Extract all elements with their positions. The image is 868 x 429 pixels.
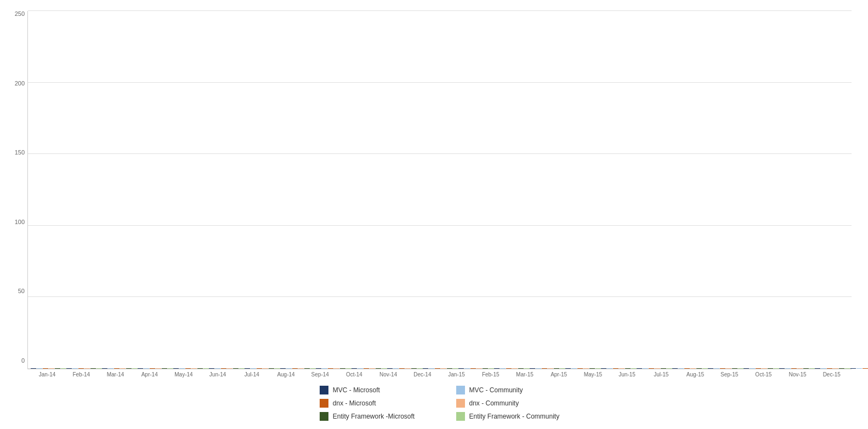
bar-mvc_ms [744, 368, 749, 369]
legend-item: dnx - Microsoft [320, 399, 423, 408]
bar-dnx_comm [405, 368, 411, 369]
bar-ef_comm [132, 368, 138, 369]
bar-mvc_ms [565, 368, 571, 369]
bar-ef_comm [595, 368, 601, 369]
bar-ef_ms [447, 368, 452, 369]
legend-label: Entity Framework - Community [469, 413, 560, 420]
month-group [351, 368, 387, 369]
x-axis-label: Nov-14 [371, 371, 405, 377]
x-axis-label: Apr-14 [133, 371, 167, 377]
bar-ef_comm [382, 368, 387, 369]
month-group [458, 368, 494, 369]
bar-ef_ms [304, 368, 310, 369]
bar-mvc_ms [458, 368, 464, 369]
legend-item: Entity Framework -Microsoft [320, 412, 423, 421]
bar-ef_ms [732, 368, 737, 369]
bar-mvc_ms [245, 368, 250, 369]
bar-dnx_comm [227, 368, 232, 369]
bar-mvc_comm [607, 368, 612, 369]
bar-dnx_ms [399, 368, 405, 369]
bar-mvc_ms [494, 368, 500, 369]
month-group [209, 368, 245, 369]
bar-mvc_comm [179, 368, 185, 369]
month-group [530, 368, 565, 369]
bar-mvc_comm [393, 368, 399, 369]
month-group [708, 368, 744, 369]
y-axis-label: 150 [15, 150, 25, 156]
bar-dnx_ms [684, 368, 690, 369]
bar-dnx_comm [120, 368, 126, 369]
bar-mvc_comm [856, 368, 862, 369]
bar-ef_comm [702, 368, 708, 369]
x-axis-label: Mar-14 [98, 371, 132, 377]
bar-dnx_ms [435, 368, 440, 369]
bar-dnx_comm [84, 368, 90, 369]
bar-dnx_ms [649, 368, 654, 369]
bar-dnx_comm [370, 368, 375, 369]
bar-mvc_comm [72, 368, 78, 369]
bar-dnx_comm [334, 368, 339, 369]
bar-mvc_comm [108, 368, 114, 369]
x-axis-label: Oct-14 [337, 371, 371, 377]
bar-ef_comm [61, 368, 66, 369]
bar-ef_comm [275, 368, 280, 369]
bar-ef_ms [162, 368, 167, 369]
bar-mvc_ms [66, 368, 72, 369]
bar-dnx_ms [720, 368, 725, 369]
bar-ef_ms [197, 368, 203, 369]
chart-container: 050100150200250 Jan-14Feb-14Mar-14Apr-14… [0, 0, 868, 429]
x-axis-label: Aug-14 [269, 371, 303, 377]
bar-dnx_ms [328, 368, 333, 369]
month-group [744, 368, 779, 369]
legend-grid: MVC - MicrosoftMVC - Communitydnx - Micr… [320, 386, 559, 421]
bar-dnx_comm [762, 368, 767, 369]
x-axis-label: Dec-14 [405, 371, 439, 377]
bar-ef_ms [90, 368, 96, 369]
bar-mvc_ms [209, 368, 214, 369]
bar-mvc_comm [37, 368, 42, 369]
bar-dnx_ms [791, 368, 797, 369]
bar-ef_ms [696, 368, 702, 369]
bar-ef_ms [839, 368, 844, 369]
bar-mvc_comm [678, 368, 684, 369]
bar-dnx_comm [726, 368, 731, 369]
y-axis-label: 0 [21, 358, 25, 364]
month-group [173, 368, 209, 369]
x-axis-label: Aug-15 [678, 371, 712, 377]
month-group [672, 368, 708, 369]
bar-mvc_comm [144, 368, 149, 369]
bar-ef_comm [774, 368, 779, 369]
bar-mvc_ms [423, 368, 428, 369]
legend-color-box [456, 399, 465, 408]
bar-dnx_ms [542, 368, 547, 369]
x-axis-label: Dec-15 [815, 371, 849, 377]
bar-mvc_ms [316, 368, 321, 369]
bar-ef_ms [233, 368, 239, 369]
bar-ef_comm [97, 368, 102, 369]
x-axis-label: Mar-15 [508, 371, 542, 377]
bar-dnx_comm [298, 368, 304, 369]
bar-dnx_ms [756, 368, 761, 369]
bar-ef_comm [489, 368, 494, 369]
bar-dnx_ms [221, 368, 226, 369]
bar-dnx_ms [78, 368, 84, 369]
bar-ef_ms [411, 368, 417, 369]
x-axis-label: Oct-15 [746, 371, 780, 377]
bar-mvc_comm [571, 368, 577, 369]
bar-mvc_comm [643, 368, 648, 369]
bar-dnx_ms [114, 368, 120, 369]
bar-mvc_comm [464, 368, 470, 369]
bar-dnx_comm [833, 368, 838, 369]
month-group [565, 368, 601, 369]
bar-dnx_ms [470, 368, 476, 369]
legend-area: MVC - MicrosoftMVC - Communitydnx - Micr… [27, 377, 852, 424]
month-group [138, 368, 173, 369]
bar-ef_comm [560, 368, 565, 369]
bar-dnx_comm [690, 368, 696, 369]
bar-mvc_comm [785, 368, 791, 369]
bar-ef_comm [738, 368, 744, 369]
x-axis-label: Sep-14 [303, 371, 337, 377]
bar-dnx_comm [49, 368, 54, 369]
month-group [280, 368, 316, 369]
x-axis-label: Jan-15 [439, 371, 473, 377]
